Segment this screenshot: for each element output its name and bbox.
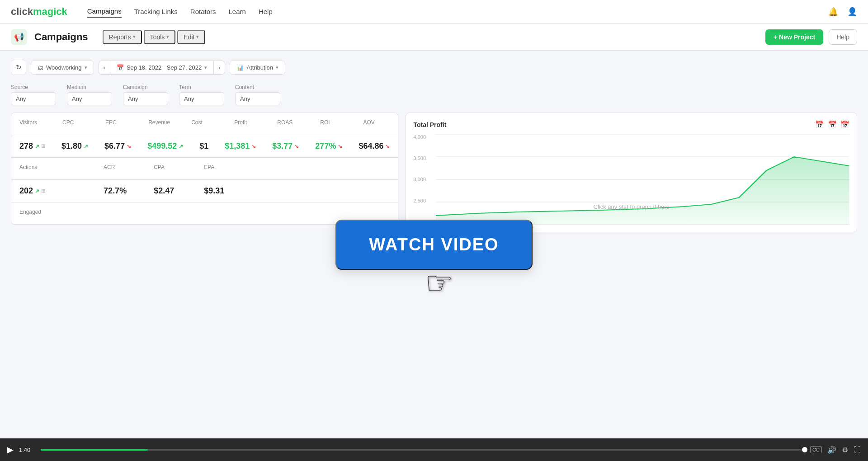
- bell-icon[interactable]: 🔔: [828, 7, 838, 17]
- calendar-icon: 📅: [117, 64, 124, 71]
- epa-label: EPA: [204, 164, 238, 170]
- video-overlay: WATCH VIDEO ☞: [0, 51, 868, 438]
- attribution-button[interactable]: 📊 Attribution ▾: [230, 61, 285, 75]
- roi-label: ROI: [320, 119, 347, 126]
- nav-rotators[interactable]: Rotators: [190, 6, 216, 17]
- medium-label: Medium: [67, 84, 112, 90]
- user-icon[interactable]: 👤: [847, 7, 857, 17]
- engaged-label: Engaged: [19, 209, 59, 215]
- profit-trend: ↘: [251, 143, 256, 150]
- source-select[interactable]: Any: [11, 92, 56, 105]
- cost-label: Cost: [191, 119, 218, 126]
- source-label: Source: [11, 84, 56, 90]
- sub-header: 📢 Campaigns Reports ▾ Tools ▾ Edit ▾ + N…: [0, 24, 868, 51]
- chart-area: 4,000 3,500 3,000 2,500 2,000: [413, 134, 849, 225]
- attribution-icon: 📊: [236, 64, 244, 71]
- logo-magick: magick: [33, 6, 67, 18]
- term-select[interactable]: Any: [179, 92, 224, 105]
- logo[interactable]: clickmagick: [11, 6, 67, 18]
- reports-chevron: ▾: [133, 34, 136, 40]
- visitors-table-icon[interactable]: ⊞: [41, 143, 45, 149]
- content-label: Content: [235, 84, 280, 90]
- cursor-hand-icon: ☞: [425, 264, 453, 301]
- actions-headers-row: Actions ACR CPA EPA: [11, 158, 398, 180]
- folder-icon: 🗂: [38, 64, 43, 71]
- edit-menu[interactable]: Edit ▾: [177, 30, 205, 44]
- next-date-button[interactable]: ›: [214, 61, 225, 75]
- page-icon: 📢: [11, 29, 27, 45]
- day30-btn[interactable]: 📅: [840, 120, 849, 129]
- data-layout: Visitors CPC EPC Revenue Cost Profit: [11, 113, 857, 232]
- nav-learn[interactable]: Learn: [229, 6, 246, 17]
- content-select[interactable]: Any: [235, 92, 280, 105]
- date-nav: ‹ 📅 Sep 18, 2022 - Sep 27, 2022 ▾ ›: [99, 61, 226, 75]
- attribution-chevron: ▾: [276, 65, 278, 71]
- revenue-trend: ↗: [179, 143, 183, 150]
- roas-label: ROAS: [277, 119, 304, 126]
- stats-values-row1: 278 ↗ ⊞ $1.80 ↗ $6.77 ↘: [11, 135, 398, 158]
- medium-group: Medium Any: [67, 84, 112, 105]
- visitors-label: Visitors: [19, 119, 46, 126]
- chart-panel: Total Profit 📅 📅 📅 4,000 3,500 3,000 2,5…: [406, 113, 857, 232]
- utm-filter-row: Source Any Medium Any Campaign Any Term …: [11, 84, 857, 105]
- nav-links: Campaigns Tracking Links Rotators Learn …: [87, 5, 814, 18]
- visitors-trend: ↗: [35, 143, 39, 150]
- term-group: Term Any: [179, 84, 224, 105]
- nav-help[interactable]: Help: [259, 6, 273, 17]
- refresh-button[interactable]: ↻: [11, 60, 26, 75]
- project-filter[interactable]: 🗂 Woodworking ▾: [31, 61, 94, 75]
- content-group: Content Any: [235, 84, 280, 105]
- date-chevron: ▾: [204, 65, 207, 71]
- watch-video-container: WATCH VIDEO ☞: [335, 220, 532, 270]
- top-nav: clickmagick Campaigns Tracking Links Rot…: [0, 0, 868, 24]
- campaign-select[interactable]: Any: [123, 92, 168, 105]
- filter-bar: ↻ 🗂 Woodworking ▾ ‹ 📅 Sep 18, 2022 - Sep…: [11, 60, 857, 75]
- chart-placeholder: Click any stat to graph it here: [594, 203, 670, 210]
- main-content: ↻ 🗂 Woodworking ▾ ‹ 📅 Sep 18, 2022 - Sep…: [0, 51, 868, 438]
- day7-btn[interactable]: 📅: [828, 120, 837, 129]
- cpc-label: CPC: [62, 119, 89, 126]
- roas-trend: ↘: [294, 143, 299, 150]
- logo-click: click: [11, 6, 33, 18]
- day1-btn[interactable]: 📅: [815, 120, 824, 129]
- chart-svg: [436, 134, 849, 225]
- epc-trend: ↘: [127, 143, 131, 150]
- chart-actions: 📅 📅 📅: [815, 120, 849, 129]
- term-label: Term: [179, 84, 224, 90]
- edit-chevron: ▾: [196, 34, 199, 40]
- nav-tracking-links[interactable]: Tracking Links: [134, 6, 178, 17]
- new-project-button[interactable]: + New Project: [765, 29, 823, 45]
- revenue-label: Revenue: [148, 119, 175, 126]
- stats-headers-row: Visitors CPC EPC Revenue Cost Profit: [11, 113, 398, 135]
- sub-nav-right: + New Project Help: [765, 29, 857, 45]
- actions-values-row: 202 ↗ ⊞ 72.7% $2.47: [11, 180, 398, 202]
- actions-label: Actions: [19, 164, 87, 170]
- campaign-label: Campaign: [123, 84, 168, 90]
- nav-campaigns[interactable]: Campaigns: [87, 5, 122, 18]
- aov-label: AOV: [363, 119, 390, 126]
- visitors-value: 278 ↗ ⊞: [19, 141, 45, 151]
- sub-nav: Reports ▾ Tools ▾ Edit ▾: [103, 30, 206, 44]
- aov-trend: ↘: [385, 143, 390, 150]
- roi-trend: ↘: [338, 143, 342, 150]
- reports-menu[interactable]: Reports ▾: [103, 30, 142, 44]
- campaign-group: Campaign Any: [123, 84, 168, 105]
- watch-video-button[interactable]: WATCH VIDEO: [335, 220, 532, 270]
- help-button[interactable]: Help: [829, 29, 857, 45]
- chart-header: Total Profit 📅 📅 📅: [413, 120, 849, 129]
- chart-title: Total Profit: [413, 121, 446, 128]
- nav-right: 🔔 👤: [828, 7, 857, 17]
- actions-table-icon[interactable]: ⊞: [41, 188, 45, 194]
- source-group: Source Any: [11, 84, 56, 105]
- chart-y-labels: 4,000 3,500 3,000 2,500 2,000: [413, 134, 426, 225]
- stats-panel: Visitors CPC EPC Revenue Cost Profit: [11, 113, 398, 232]
- prev-date-button[interactable]: ‹: [99, 61, 110, 75]
- actions-trend: ↗: [35, 188, 39, 194]
- page-title: Campaigns: [34, 31, 88, 43]
- tools-chevron: ▾: [166, 34, 169, 40]
- tools-menu[interactable]: Tools ▾: [144, 30, 176, 44]
- profit-label: Profit: [234, 119, 261, 126]
- medium-select[interactable]: Any: [67, 92, 112, 105]
- date-range-button[interactable]: 📅 Sep 18, 2022 - Sep 27, 2022 ▾: [110, 61, 214, 75]
- project-chevron: ▾: [85, 65, 87, 71]
